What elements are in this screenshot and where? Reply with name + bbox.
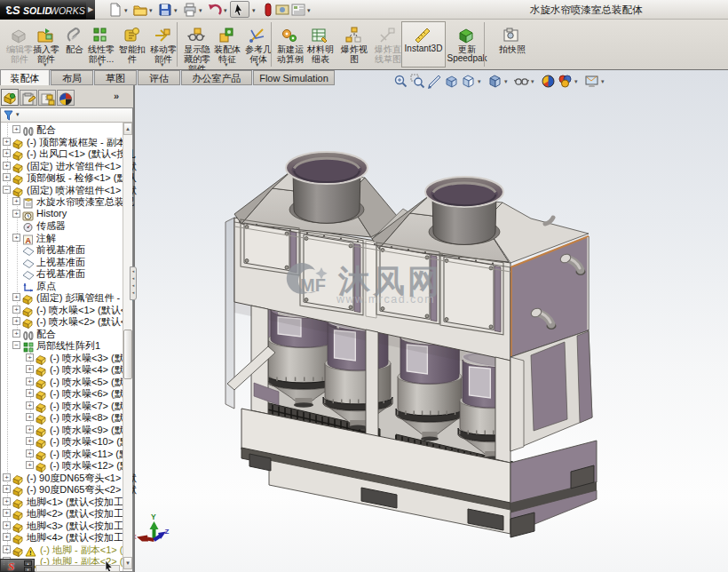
svg-text:Z: Z	[165, 528, 170, 536]
svg-text:WORKS: WORKS	[50, 5, 85, 16]
svg-text:3: 3	[5, 4, 12, 17]
svg-text:MF: MF	[300, 275, 326, 295]
svg-text:Y: Y	[151, 512, 156, 521]
svg-text:SOLID: SOLID	[23, 5, 52, 16]
svg-text:www.mrcad.com: www.mrcad.com	[336, 293, 435, 306]
svg-text:A: A	[26, 235, 32, 244]
svg-text:S: S	[12, 4, 20, 17]
